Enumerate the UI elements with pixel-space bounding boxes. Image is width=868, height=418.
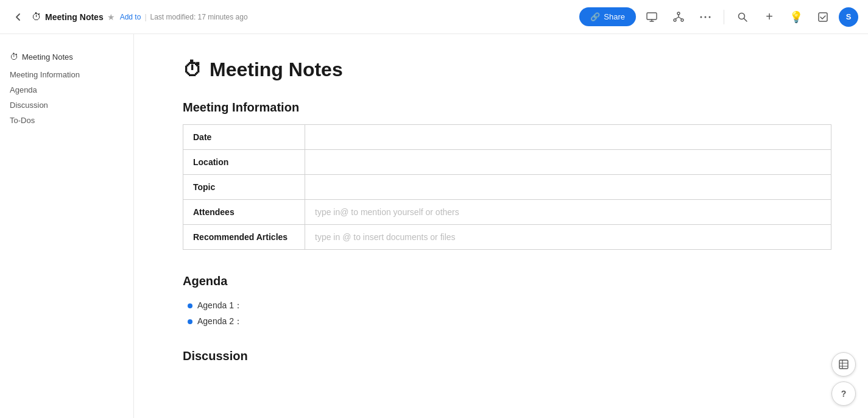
share-link-icon: 🔗 [590, 12, 600, 21]
svg-point-2 [674, 19, 676, 21]
add-to-link[interactable]: Add to [120, 13, 141, 21]
meeting-information-heading: Meeting Information [183, 101, 831, 115]
layout: ⏱ Meeting Notes Meeting Information Agen… [0, 34, 868, 418]
list-item: Agenda 2： [188, 314, 831, 330]
location-value[interactable] [305, 150, 831, 175]
bulb-button[interactable]: 💡 [785, 6, 807, 28]
location-label: Location [183, 150, 305, 175]
date-value[interactable] [305, 125, 831, 150]
recommended-value[interactable]: type in @ to insert documents or files [305, 225, 831, 250]
sidebar-item-agenda[interactable]: Agenda [0, 82, 133, 97]
table-float-button[interactable] [831, 352, 856, 377]
last-modified: Last modified: 17 minutes ago [150, 13, 248, 21]
svg-point-5 [705, 16, 707, 18]
topbar: ⏱ Meeting Notes ★ Add to | Last modified… [0, 0, 868, 34]
topbar-left: ⏱ Meeting Notes ★ Add to | Last modified… [10, 9, 248, 26]
date-label: Date [183, 125, 305, 150]
main-content: ⏱ Meeting Notes Meeting Information Date… [134, 34, 868, 418]
table-row: Attendees type in@ to mention yourself o… [183, 200, 831, 225]
star-button[interactable]: ★ [107, 12, 115, 22]
table-row: Location [183, 150, 831, 175]
sidebar-doc-label: Meeting Notes [22, 52, 73, 62]
page-title: Meeting Notes [210, 58, 343, 81]
sidebar-item-discussion[interactable]: Discussion [0, 97, 133, 113]
sidebar-doc-icon: ⏱ [10, 52, 18, 62]
avatar-button[interactable]: S [839, 7, 858, 27]
agenda-heading: Agenda [183, 274, 831, 288]
back-button[interactable] [10, 9, 27, 26]
topic-value[interactable] [305, 175, 831, 200]
agenda-item-2[interactable]: Agenda 2： [197, 316, 242, 327]
topic-label: Topic [183, 175, 305, 200]
agenda-list: Agenda 1： Agenda 2： [183, 298, 831, 330]
meeting-info-table: Date Location Topic Attendees type in@ t… [183, 124, 831, 250]
svg-point-4 [700, 16, 702, 18]
doc-title-area: ⏱ Meeting Notes ★ [32, 12, 115, 23]
attendees-value[interactable]: type in@ to mention yourself or others [305, 200, 831, 225]
attendees-label: Attendees [183, 200, 305, 225]
more-button[interactable] [694, 6, 716, 28]
table-row: Date [183, 125, 831, 150]
svg-rect-9 [839, 360, 848, 369]
svg-point-3 [681, 19, 683, 21]
table-row: Recommended Articles type in @ to insert… [183, 225, 831, 250]
svg-point-6 [709, 16, 711, 18]
table-row: Topic [183, 175, 831, 200]
add-button[interactable]: + [758, 6, 780, 28]
help-float-button[interactable]: ? [831, 381, 856, 406]
present-button[interactable] [641, 6, 663, 28]
title-icon: ⏱ [183, 58, 202, 81]
topbar-meta: Add to | Last modified: 17 minutes ago [120, 13, 248, 21]
sidebar-doc-link[interactable]: ⏱ Meeting Notes [0, 49, 133, 65]
list-item: Agenda 1： [188, 298, 831, 314]
bottom-right-buttons: ? [831, 352, 856, 406]
svg-rect-8 [819, 13, 827, 21]
agenda-item-1[interactable]: Agenda 1： [197, 300, 242, 311]
share-tree-button[interactable] [668, 6, 690, 28]
sidebar-item-meeting-information[interactable]: Meeting Information [0, 67, 133, 82]
doc-heading: ⏱ Meeting Notes [183, 58, 831, 81]
bullet-dot [188, 303, 192, 308]
recommended-label: Recommended Articles [183, 225, 305, 250]
discussion-heading: Discussion [183, 349, 831, 363]
svg-rect-0 [647, 13, 657, 19]
bullet-dot [188, 319, 192, 324]
help-icon: ? [841, 389, 847, 399]
share-label: Share [604, 12, 625, 21]
search-button[interactable] [732, 6, 753, 28]
sidebar: ⏱ Meeting Notes Meeting Information Agen… [0, 34, 134, 418]
doc-title: Meeting Notes [45, 12, 104, 22]
checkbox-button[interactable] [812, 6, 834, 28]
agenda-section: Agenda Agenda 1： Agenda 2： [183, 274, 831, 330]
sidebar-item-todos[interactable]: To-Dos [0, 113, 133, 128]
topbar-right: 🔗 Share [579, 6, 858, 28]
share-button[interactable]: 🔗 Share [579, 7, 636, 26]
divider [724, 10, 724, 24]
doc-icon: ⏱ [32, 12, 41, 23]
